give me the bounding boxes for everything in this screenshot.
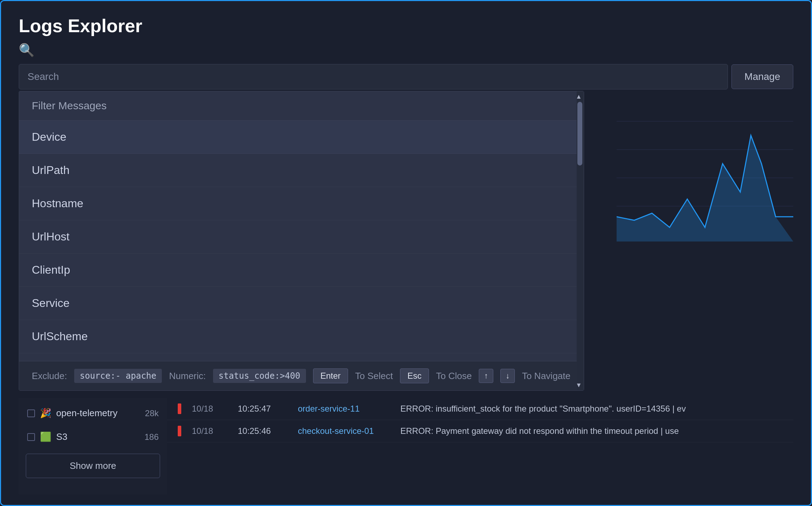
sidebar-emoji-0: 🎉 (40, 408, 51, 419)
manage-button[interactable]: Manage (731, 64, 793, 89)
scrollbar-thumb[interactable] (577, 102, 582, 165)
log-entry-1[interactable]: 10/18 10:25:46 checkout-service-01 ERROR… (167, 420, 793, 442)
log-entries: 10/18 10:25:47 order-service-11 ERROR: i… (167, 398, 793, 494)
nav-action: To Navigate (522, 371, 570, 382)
sidebar: 🎉 open-telemetry 28k 🟩 S3 186 Show more (19, 398, 167, 494)
dropdown-item-urlhost[interactable]: UrlHost (19, 220, 584, 254)
down-arrow-icon[interactable]: ↓ (500, 369, 515, 383)
dropdown-item-device[interactable]: Device (19, 121, 584, 154)
esc-action: To Close (436, 371, 472, 382)
enter-action: To Select (355, 371, 393, 382)
log-time-1: 10:25:46 (238, 426, 287, 436)
log-error-dot-0 (178, 403, 181, 414)
log-error-dot-1 (178, 426, 181, 436)
scrollbar-up-button[interactable]: ▲ (575, 91, 582, 102)
exclude-label: Exclude: (32, 371, 67, 382)
dropdown-item-urlscheme[interactable]: UrlScheme (19, 320, 584, 353)
filter-dropdown: Filter Messages DeviceUrlPathHostnameUrl… (19, 91, 584, 391)
search-input[interactable] (28, 71, 719, 82)
sidebar-item-1[interactable]: 🟩 S3 186 (19, 425, 167, 449)
scrollbar-down-button[interactable]: ▼ (575, 380, 582, 390)
sidebar-name-1: S3 (56, 431, 140, 442)
dropdown-header: Filter Messages (19, 91, 584, 121)
dropdown-item-hostname[interactable]: Hostname (19, 187, 584, 220)
up-arrow-icon[interactable]: ↑ (479, 369, 493, 383)
chart-area: 14:50 14:5 (617, 93, 793, 242)
log-message-1: ERROR: Payment gateway did not respond w… (400, 426, 679, 436)
log-date-0: 10/18 (192, 404, 227, 414)
app-container: Logs Explorer 🔍 Manage Filter Messages D… (1, 1, 811, 505)
log-date-1: 10/18 (192, 426, 227, 436)
dropdown-item-clientip[interactable]: ClientIp (19, 254, 584, 287)
sidebar-name-0: open-telemetry (56, 408, 140, 419)
search-input-container[interactable] (19, 64, 728, 89)
log-list-area: 🎉 open-telemetry 28k 🟩 S3 186 Show more … (19, 398, 793, 494)
numeric-tag: status_code:>400 (213, 369, 306, 383)
show-more-button[interactable]: Show more (26, 454, 160, 478)
dropdown-list[interactable]: DeviceUrlPathHostnameUrlHostClientIpServ… (19, 121, 584, 361)
sidebar-item-0[interactable]: 🎉 open-telemetry 28k (19, 401, 167, 425)
dropdown-item-urlport[interactable]: UrlPort (19, 353, 584, 361)
sidebar-emoji-1: 🟩 (40, 431, 51, 442)
exclude-tag: source:- apache (74, 369, 162, 383)
search-icon[interactable]: 🔍 (19, 43, 35, 57)
sidebar-checkbox-0[interactable] (27, 409, 35, 417)
log-service-0: order-service-11 (298, 404, 390, 414)
log-service-1: checkout-service-01 (298, 426, 390, 436)
log-entry-0[interactable]: 10/18 10:25:47 order-service-11 ERROR: i… (167, 398, 793, 420)
chart-svg (617, 93, 793, 242)
dropdown-item-urlpath[interactable]: UrlPath (19, 154, 584, 187)
page-title: Logs Explorer (19, 15, 793, 36)
esc-key[interactable]: Esc (400, 368, 429, 383)
enter-key[interactable]: Enter (313, 368, 348, 383)
scrollbar-track: ▲ ▼ (577, 91, 584, 390)
dropdown-item-service[interactable]: Service (19, 287, 584, 320)
numeric-label: Numeric: (169, 371, 206, 382)
log-time-0: 10:25:47 (238, 404, 287, 414)
sidebar-checkbox-1[interactable] (27, 433, 35, 441)
search-bar-row: Manage (19, 64, 793, 89)
log-message-0: ERROR: insufficient_stock for the produc… (400, 404, 686, 414)
sidebar-count-0: 28k (145, 408, 159, 418)
search-icon-row: 🔍 (19, 43, 793, 58)
dropdown-footer: Exclude: source:- apache Numeric: status… (19, 361, 584, 390)
sidebar-count-1: 186 (145, 432, 159, 442)
